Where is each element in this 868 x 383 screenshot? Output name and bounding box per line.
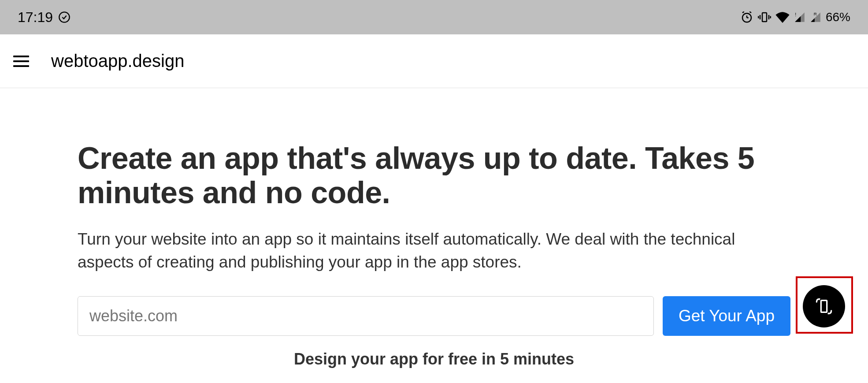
svg-point-0 [59,12,69,22]
app-title: webtoapp.design [51,51,184,71]
wifi-icon [775,11,790,23]
svg-rect-6 [762,13,767,22]
signal-sim1-icon: ! [794,11,805,23]
status-bar: 17:19 [0,0,868,34]
svg-line-5 [749,12,751,13]
app-bar: webtoapp.design [0,34,868,88]
signal-sim2-icon: R [810,11,821,23]
bottom-tagline: Design your app for free in 5 minutes [78,350,790,368]
status-left: 17:19 [18,9,70,26]
svg-line-4 [742,12,744,13]
main-content: Create an app that's always up to date. … [0,88,868,368]
get-your-app-button[interactable]: Get Your App [663,296,790,336]
status-time: 17:19 [18,9,53,26]
svg-text:!: ! [795,12,796,17]
check-circle-icon [58,11,70,23]
svg-text:R: R [814,11,817,16]
status-right: ! R 66% [740,10,850,24]
vibrate-icon [758,11,771,24]
rotate-device-fab[interactable] [803,285,845,327]
website-url-input[interactable] [78,296,654,336]
rotate-device-icon [815,297,833,315]
alarm-icon [740,11,753,24]
page-headline: Create an app that's always up to date. … [78,141,790,210]
battery-percent: 66% [826,10,850,24]
page-subheadline: Turn your website into an app so it main… [78,228,790,274]
input-row: Get Your App [78,296,790,336]
hamburger-menu-icon[interactable] [13,53,29,69]
svg-rect-13 [821,301,827,312]
